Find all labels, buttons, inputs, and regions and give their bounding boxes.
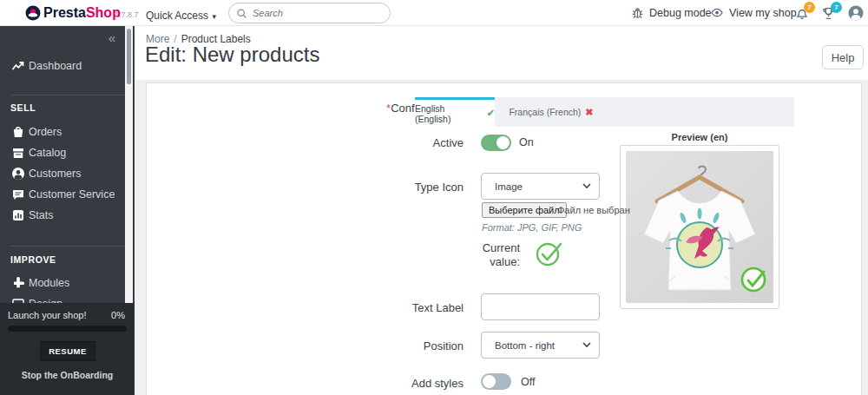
sidebar-section-improve: IMPROVE <box>10 254 56 265</box>
shopping-bag-icon <box>11 125 25 139</box>
sidebar-item-customer-service[interactable]: Customer Service <box>0 184 125 205</box>
sidebar: « Dashboard SELL Orders Catalog <box>0 26 135 395</box>
chevron-down-icon <box>582 342 591 348</box>
position-value: Bottom - right <box>495 340 555 351</box>
active-state: On <box>519 136 534 148</box>
sidebar-item-catalog[interactable]: Catalog <box>0 142 125 163</box>
tab-french[interactable]: Français (French) ✖ <box>495 97 608 127</box>
quick-access-menu[interactable]: Quick Access ▾ <box>146 7 216 23</box>
add-styles-state: Off <box>521 376 535 388</box>
sidebar-collapse-button[interactable]: « <box>108 30 115 45</box>
chevron-down-icon <box>582 183 591 189</box>
sidebar-item-label: Dashboard <box>29 60 82 72</box>
trending-up-icon <box>11 59 25 73</box>
preview-box <box>620 145 779 309</box>
tab-label: English (English) <box>415 103 483 124</box>
add-styles-toggle[interactable] <box>481 373 511 390</box>
caret-down-icon: ▾ <box>212 12 216 21</box>
toggle-knob <box>496 136 510 149</box>
tab-english[interactable]: English (English) ✔ <box>415 97 495 127</box>
active-label: Active <box>147 136 464 149</box>
sidebar-scrollbar-track[interactable] <box>125 26 133 304</box>
onboarding-panel: Launch your shop! 0% RESUME Stop the OnB… <box>0 303 135 395</box>
notifications-badge: 7 <box>804 2 815 13</box>
sidebar-item-label: Stats <box>29 209 54 221</box>
chat-bubble-icon <box>11 188 25 201</box>
toggle-knob <box>483 375 496 388</box>
search-box <box>228 3 391 23</box>
sidebar-item-customers[interactable]: Customers <box>0 163 125 184</box>
tab-label: Français (French) <box>509 107 581 117</box>
sidebar-item-label: Customers <box>29 168 81 180</box>
active-toggle[interactable] <box>481 135 511 151</box>
person-circle-icon <box>11 167 25 181</box>
sidebar-item-label: Modules <box>29 277 69 289</box>
sidebar-item-label: Customer Service <box>29 188 115 201</box>
position-label: Position <box>147 339 464 352</box>
search-input[interactable] <box>253 8 374 18</box>
search-icon <box>236 8 247 19</box>
prestashop-admin: PrestaShop 1.7.8.7 Quick Access ▾ Debug … <box>0 0 868 395</box>
onboarding-progress-bar <box>8 326 127 332</box>
stop-onboarding-link[interactable]: Stop the OnBoarding <box>0 370 135 380</box>
debug-mode-button[interactable]: Debug mode <box>631 6 712 19</box>
current-value-label: Current value: <box>468 241 520 269</box>
eye-icon <box>710 6 724 19</box>
notifications-button[interactable]: 7 <box>795 6 809 20</box>
store-icon <box>11 146 25 160</box>
sidebar-item-label: Catalog <box>29 147 66 159</box>
debug-mode-label: Debug mode <box>649 7 712 19</box>
preview-title: Preview (en) <box>620 132 779 142</box>
onboarding-percent: 0% <box>111 310 125 320</box>
current-value-check-icon <box>534 237 567 273</box>
quick-access-label: Quick Access <box>146 10 208 22</box>
bug-icon <box>631 6 644 19</box>
text-label-label: Text Label <box>147 301 464 314</box>
sidebar-item-label: Orders <box>29 126 62 138</box>
view-my-shop-label: View my shop <box>729 7 797 19</box>
page-title: Edit: New products <box>145 43 319 67</box>
form-panel: *Configurations English (English) ✔ Fran… <box>146 82 862 395</box>
add-styles-label: Add styles <box>147 377 464 390</box>
type-icon-select[interactable]: Image <box>481 173 600 200</box>
language-tabs: English (English) ✔ Français (French) ✖ <box>415 97 794 127</box>
sidebar-divider <box>10 246 124 247</box>
text-label-input[interactable] <box>481 293 600 320</box>
label-check-badge <box>742 268 765 291</box>
resume-button[interactable]: RESUME <box>40 341 95 361</box>
sidebar-scrollbar-thumb[interactable] <box>127 29 131 84</box>
type-icon-value: Image <box>495 181 523 192</box>
onboarding-title: Launch your shop! <box>8 310 87 320</box>
brand-wordmark: PrestaShop <box>43 5 121 21</box>
brand-presta: Presta <box>43 5 86 20</box>
help-button[interactable]: Help <box>822 45 864 69</box>
puzzle-icon <box>11 276 25 290</box>
sidebar-item-stats[interactable]: Stats <box>0 205 125 226</box>
tshirt-preview-image <box>626 151 773 303</box>
profile-avatar[interactable] <box>848 5 864 24</box>
position-select[interactable]: Bottom - right <box>481 332 600 359</box>
format-hint: Format: JPG, GIF, PNG <box>482 222 582 233</box>
sidebar-divider <box>10 95 124 95</box>
page-toolbar: More/Product Labels Edit: New products H… <box>135 26 868 80</box>
valid-check-icon: ✔ <box>487 108 495 119</box>
type-icon-label: Type Icon <box>147 181 464 194</box>
sidebar-section-sell: SELL <box>10 102 36 113</box>
prestashop-logo-icon <box>25 5 41 24</box>
file-status-text: Файл не выбран <box>557 205 630 215</box>
bar-chart-icon <box>11 208 25 222</box>
announcements-badge: 7 <box>831 2 842 13</box>
sidebar-item-modules[interactable]: Modules <box>0 273 125 293</box>
top-bar: PrestaShop 1.7.8.7 Quick Access ▾ Debug … <box>0 0 868 26</box>
view-my-shop-button[interactable]: View my shop <box>710 6 797 19</box>
invalid-cross-icon: ✖ <box>585 107 593 118</box>
sidebar-item-orders[interactable]: Orders <box>0 122 125 142</box>
version-label: 1.7.8.7 <box>115 10 139 19</box>
choose-file-button[interactable]: Выберите файл <box>482 202 567 218</box>
sidebar-item-dashboard[interactable]: Dashboard <box>0 56 125 76</box>
announcements-button[interactable]: 7 <box>821 6 836 21</box>
